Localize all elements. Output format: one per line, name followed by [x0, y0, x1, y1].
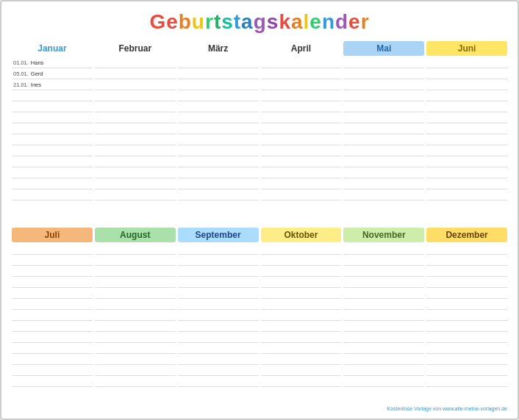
- entry-line: [343, 245, 424, 255]
- top-months-row: Januar Februar März April Mai Juni: [12, 41, 507, 56]
- bottom-half: Juli August September Oktober November D…: [12, 228, 507, 405]
- entry-line: [178, 355, 259, 365]
- entry-line: [95, 344, 176, 354]
- entry-line: [261, 300, 342, 310]
- month-dezember: Dezember: [426, 228, 507, 242]
- entry-line: [426, 190, 507, 200]
- entry-name: Ines: [31, 82, 41, 88]
- entry-line: [261, 58, 342, 68]
- entry-line: [261, 377, 342, 387]
- entry-line: [95, 322, 176, 332]
- month-juni: Juni: [426, 41, 507, 56]
- entry-line: [12, 366, 93, 376]
- entry-line: [178, 366, 259, 376]
- entry-line: [343, 377, 424, 387]
- bottom-entries-grid: [12, 245, 507, 405]
- entry-line: [343, 91, 424, 101]
- entry-line: [261, 245, 342, 255]
- entry-line: [343, 355, 424, 365]
- entry-line: [343, 311, 424, 321]
- month-august: August: [95, 228, 176, 242]
- entry-line: [95, 124, 176, 134]
- entry-line: [426, 113, 507, 123]
- month-april: April: [261, 41, 342, 56]
- entry-line: [95, 135, 176, 145]
- entry-line: [178, 289, 259, 299]
- entry-line: [95, 300, 176, 310]
- entry-line: [343, 366, 424, 376]
- top-month-col-5: [426, 58, 507, 219]
- entry-line: [12, 311, 93, 321]
- entry-line: [343, 267, 424, 277]
- entry-line: [12, 113, 93, 123]
- entry-name: Hans: [31, 59, 44, 66]
- entry-line: [426, 311, 507, 321]
- entry-line: [95, 80, 176, 90]
- entry-line: [178, 58, 259, 68]
- entry-line: [178, 80, 259, 90]
- entry-line: [178, 146, 259, 156]
- entry-line: [95, 113, 176, 123]
- entry-line: [426, 322, 507, 332]
- entry-line: [261, 256, 342, 266]
- entry-line: [95, 69, 176, 79]
- month-juli: Juli: [12, 228, 93, 242]
- entry-line: [261, 278, 342, 288]
- bottom-month-col-3: [261, 245, 342, 405]
- entry-line: [426, 355, 507, 365]
- bottom-month-col-4: [343, 245, 424, 405]
- entry-line: [178, 300, 259, 310]
- entry-line: [261, 311, 342, 321]
- entry-line: 05.01.Gerd: [12, 69, 93, 79]
- entry-line: [12, 289, 93, 299]
- entry-line: [426, 245, 507, 255]
- entry-line: [178, 135, 259, 145]
- month-februar: Februar: [95, 41, 176, 56]
- entry-line: [426, 168, 507, 178]
- entry-line: [426, 157, 507, 167]
- entry-line: [95, 278, 176, 288]
- entry-date: 21.01.: [13, 82, 29, 88]
- entry-line: [12, 355, 93, 365]
- entry-line: [261, 135, 342, 145]
- entry-line: [343, 190, 424, 200]
- entry-line: [178, 113, 259, 123]
- entry-line: [343, 300, 424, 310]
- top-month-col-2: [178, 58, 259, 219]
- entry-line: [343, 333, 424, 343]
- entry-line: [343, 179, 424, 189]
- bottom-month-col-0: [12, 245, 93, 405]
- entry-line: [343, 289, 424, 299]
- entry-line: [12, 168, 93, 178]
- entry-line: [426, 344, 507, 354]
- entry-line: [426, 366, 507, 376]
- entry-line: [261, 190, 342, 200]
- entry-date: 05.01.: [13, 70, 29, 77]
- entry-line: [12, 135, 93, 145]
- entry-line: [178, 267, 259, 277]
- entry-line: [261, 267, 342, 277]
- entry-line: [178, 311, 259, 321]
- entry-line: [95, 146, 176, 156]
- month-maerz: März: [178, 41, 259, 56]
- bottom-months-row: Juli August September Oktober November D…: [12, 228, 507, 242]
- entry-line: [343, 278, 424, 288]
- top-half: Januar Februar März April Mai Juni 01.01…: [12, 41, 507, 219]
- entry-line: [426, 80, 507, 90]
- month-januar: Januar: [12, 41, 93, 56]
- entry-line: [261, 157, 342, 167]
- page-title: Geburtstagskalender: [12, 10, 507, 34]
- entry-line: [12, 91, 93, 101]
- entry-line: [178, 157, 259, 167]
- entry-line: [426, 91, 507, 101]
- entry-line: [261, 80, 342, 90]
- entry-line: [12, 256, 93, 266]
- entry-line: [343, 135, 424, 145]
- bottom-month-col-2: [178, 245, 259, 405]
- entry-line: [343, 344, 424, 354]
- entry-line: [178, 322, 259, 332]
- entry-line: [261, 113, 342, 123]
- entry-line: [12, 278, 93, 288]
- entry-line: [12, 267, 93, 277]
- calendar: Januar Februar März April Mai Juni 01.01…: [12, 41, 507, 405]
